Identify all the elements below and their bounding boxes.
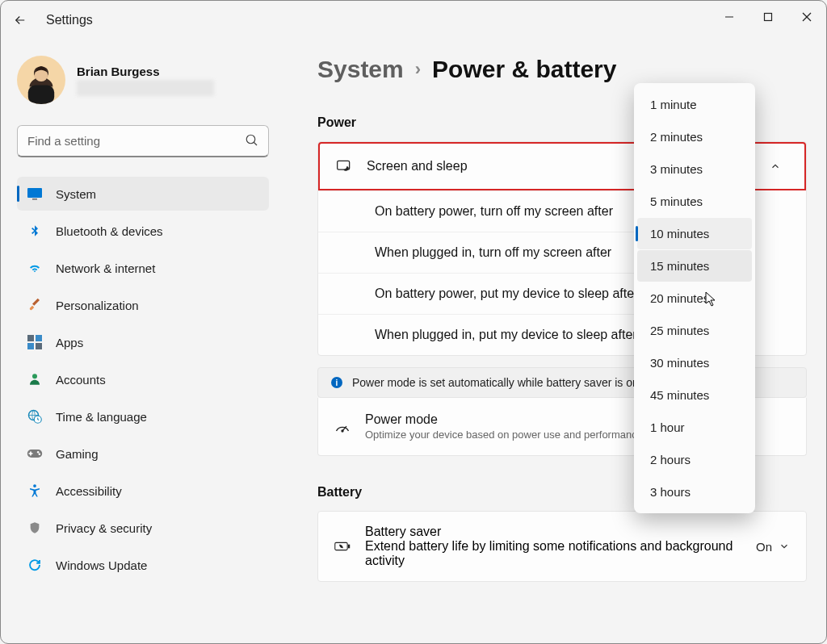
battery-saver-title: Battery saver — [365, 525, 741, 539]
sidebar-item-label: Privacy & security — [56, 521, 152, 535]
sidebar-item-label: Bluetooth & devices — [56, 224, 163, 238]
globe-clock-icon — [27, 408, 43, 424]
dropdown-option[interactable]: 1 hour — [637, 412, 752, 443]
time-dropdown[interactable]: 1 minute2 minutes3 minutes5 minutes10 mi… — [634, 83, 755, 513]
sidebar-item-label: Time & language — [56, 410, 147, 424]
info-icon: i — [331, 377, 342, 388]
search-icon — [245, 133, 259, 151]
svg-rect-26 — [348, 545, 350, 549]
sidebar-item-time-language[interactable]: Time & language — [17, 399, 269, 433]
svg-point-21 — [33, 484, 36, 487]
battery-saver-card[interactable]: Battery saver Extend battery life by lim… — [317, 511, 807, 582]
screen-sleep-icon — [336, 158, 352, 174]
avatar — [17, 56, 65, 104]
sidebar-item-bluetooth[interactable]: Bluetooth & devices — [17, 214, 269, 248]
sidebar-item-label: Gaming — [56, 447, 99, 461]
battery-leaf-icon — [334, 538, 351, 554]
sidebar-item-label: Apps — [56, 336, 83, 349]
breadcrumb-root[interactable]: System — [317, 56, 404, 83]
nav: System Bluetooth & devices Network & int… — [17, 177, 269, 582]
person-icon — [27, 371, 43, 387]
chevron-down-icon — [779, 541, 790, 552]
user-email-redacted — [77, 80, 214, 96]
chevron-up-icon — [761, 152, 790, 181]
sidebar-item-accounts[interactable]: Accounts — [17, 362, 269, 396]
sidebar-item-network[interactable]: Network & internet — [17, 251, 269, 285]
gamepad-icon — [27, 445, 43, 462]
shield-icon — [27, 520, 43, 536]
content: System › Power & battery Power Screen an… — [285, 40, 826, 643]
dropdown-option[interactable]: 2 hours — [637, 444, 752, 475]
info-text: Power mode is set automatically while ba… — [352, 376, 639, 389]
sidebar-item-label: Windows Update — [56, 558, 147, 572]
svg-line-8 — [254, 142, 257, 145]
minimize-button[interactable] — [710, 1, 749, 33]
svg-point-20 — [39, 454, 41, 456]
svg-rect-5 — [28, 86, 54, 104]
svg-point-15 — [32, 374, 37, 378]
breadcrumb-leaf: Power & battery — [432, 56, 616, 83]
sleep-setting-row[interactable]: On battery power, put my device to sleep… — [318, 273, 657, 314]
sidebar-item-gaming[interactable]: Gaming — [17, 437, 269, 470]
battery-saver-state[interactable]: On — [756, 540, 790, 554]
sidebar-item-label: System — [56, 187, 96, 201]
brush-icon — [27, 297, 43, 313]
sidebar-item-label: Accounts — [56, 373, 106, 387]
svg-rect-11 — [27, 335, 34, 341]
sleep-setting-row[interactable]: On battery power, turn off my screen aft… — [318, 190, 657, 232]
svg-rect-9 — [27, 188, 42, 198]
titlebar: Settings — [1, 1, 826, 40]
sidebar-item-privacy[interactable]: Privacy & security — [17, 511, 269, 545]
mouse-cursor-icon — [705, 291, 718, 307]
breadcrumb: System › Power & battery — [317, 56, 807, 83]
dropdown-option[interactable]: 20 minutes — [637, 282, 752, 314]
svg-rect-1 — [765, 14, 772, 21]
power-mode-sub: Optimize your device based on power use … — [365, 429, 643, 441]
user-profile[interactable]: Brian Burgess — [17, 56, 269, 104]
sidebar-item-label: Personalization — [56, 299, 139, 312]
dropdown-option[interactable]: 2 minutes — [637, 121, 752, 153]
sidebar-item-personalization[interactable]: Personalization — [17, 288, 269, 322]
dropdown-option[interactable]: 25 minutes — [637, 315, 752, 346]
dropdown-option[interactable]: 1 minute — [637, 89, 752, 120]
sidebar-item-label: Accessibility — [56, 484, 122, 498]
bluetooth-icon — [27, 223, 43, 239]
sidebar-item-update[interactable]: Windows Update — [17, 548, 269, 582]
sidebar-item-accessibility[interactable]: Accessibility — [17, 474, 269, 508]
wifi-icon — [27, 260, 43, 276]
svg-rect-13 — [27, 343, 34, 349]
screen-sleep-title: Screen and sleep — [367, 159, 468, 174]
window-title: Settings — [46, 13, 93, 27]
user-name: Brian Burgess — [77, 65, 214, 78]
battery-saver-sub: Extend battery life by limiting some not… — [365, 539, 741, 568]
update-icon — [27, 557, 43, 573]
dropdown-option[interactable]: 3 minutes — [637, 153, 752, 185]
dropdown-option[interactable]: 3 hours — [637, 476, 752, 508]
sidebar: Brian Burgess System Bluetooth & devices… — [1, 40, 285, 643]
power-mode-title: Power mode — [365, 412, 643, 427]
svg-rect-10 — [32, 199, 37, 200]
chevron-right-icon: › — [415, 59, 421, 80]
window-controls — [710, 1, 826, 33]
dropdown-option[interactable]: 45 minutes — [637, 379, 752, 411]
close-button[interactable] — [787, 1, 826, 33]
sidebar-item-system[interactable]: System — [17, 177, 269, 211]
svg-rect-14 — [36, 343, 42, 349]
dropdown-option[interactable]: 15 minutes — [637, 250, 752, 282]
gauge-icon — [334, 419, 351, 435]
back-button[interactable] — [10, 10, 30, 30]
sleep-setting-row[interactable]: When plugged in, turn off my screen afte… — [318, 232, 657, 273]
svg-rect-12 — [36, 335, 42, 341]
search-wrap — [17, 125, 269, 157]
search-input[interactable] — [17, 125, 269, 157]
dropdown-option[interactable]: 10 minutes — [637, 218, 752, 249]
maximize-button[interactable] — [749, 1, 787, 33]
dropdown-option[interactable]: 5 minutes — [637, 186, 752, 217]
svg-point-19 — [37, 451, 40, 454]
sleep-setting-row[interactable]: When plugged in, put my device to sleep … — [318, 314, 657, 355]
apps-icon — [27, 334, 43, 350]
sidebar-item-apps[interactable]: Apps — [17, 325, 269, 359]
sidebar-item-label: Network & internet — [56, 261, 155, 275]
dropdown-option[interactable]: 30 minutes — [637, 347, 752, 378]
accessibility-icon — [27, 483, 43, 499]
